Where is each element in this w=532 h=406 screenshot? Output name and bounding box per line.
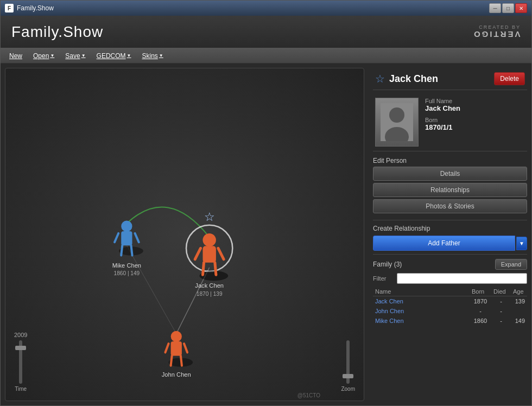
- family-table: Name Born Died Age Jack Chen 1870 - 139: [373, 287, 527, 326]
- photos-stories-button[interactable]: Photos & Stories: [373, 199, 527, 213]
- menu-skins[interactable]: Skins ▼: [138, 51, 168, 61]
- profile-photo: [375, 98, 419, 147]
- expand-button[interactable]: Expand: [495, 259, 527, 270]
- brand-created-by: CREATED BY: [472, 24, 521, 30]
- svg-rect-24: [171, 341, 182, 356]
- watermark: @51CTO: [297, 392, 320, 398]
- svg-line-1: [126, 245, 176, 333]
- svg-line-16: [218, 248, 224, 259]
- svg-text:Mike Chen: Mike Chen: [112, 262, 141, 269]
- mike-chen-age-cell: 149: [511, 316, 527, 326]
- family-header: Family (3) Expand: [373, 259, 527, 270]
- john-chen-name-cell[interactable]: John Chen: [373, 306, 470, 316]
- time-label: Time: [15, 386, 27, 392]
- svg-line-5: [115, 233, 118, 242]
- family-table-body: Jack Chen 1870 - 139 John Chen - -: [373, 296, 527, 326]
- svg-point-3: [121, 221, 132, 232]
- col-header-name: Name: [373, 287, 470, 296]
- svg-point-31: [389, 107, 404, 123]
- jack-chen-node[interactable]: ☆ Jack Chen 1870 | 139: [186, 210, 232, 297]
- zoom-slider-thumb[interactable]: [343, 374, 353, 378]
- menu-gedcom[interactable]: GEDCOM ▼: [92, 51, 136, 61]
- edit-person-label: Edit Person: [373, 155, 527, 167]
- relationships-button[interactable]: Relationships: [373, 183, 527, 197]
- delete-button[interactable]: Delete: [494, 72, 525, 85]
- svg-line-26: [184, 344, 187, 352]
- svg-rect-14: [203, 246, 216, 262]
- canvas-area[interactable]: Mike Chen 1860 | 149: [5, 68, 364, 401]
- born-section: Born 1870/1/1: [425, 117, 460, 131]
- title-bar: F Family.Show ─ □ ✕: [1, 1, 531, 16]
- family-section: Family (3) Expand Filter Name Born Died …: [373, 254, 527, 326]
- app-icon: F: [5, 4, 14, 12]
- app-window: F Family.Show ─ □ ✕ Family.Show CREATED …: [0, 0, 532, 406]
- skins-arrow: ▼: [159, 53, 163, 58]
- profile-info: Full Name Jack Chen Born 1870/1/1: [373, 93, 527, 151]
- jack-chen-name-cell[interactable]: Jack Chen: [373, 296, 470, 307]
- zoom-label: Zoom: [341, 386, 355, 392]
- table-row: Mike Chen 1860 - 149: [373, 316, 527, 326]
- menu-bar: New Open ▼ Save ▼ GEDCOM ▼ Skins ▼: [1, 48, 531, 64]
- brand-name: VERTIGO: [472, 30, 521, 39]
- col-header-born: Born: [470, 287, 491, 296]
- full-name-section: Full Name Jack Chen: [425, 98, 460, 112]
- profile-details: Full Name Jack Chen Born 1870/1/1: [425, 98, 460, 147]
- menu-open[interactable]: Open ▼: [29, 51, 59, 61]
- create-relationship-label: Create Relationship: [373, 225, 527, 232]
- window-controls: ─ □ ✕: [489, 3, 527, 13]
- close-button[interactable]: ✕: [515, 3, 527, 13]
- john-chen-age-cell: [511, 306, 527, 316]
- john-chen-node[interactable]: John Chen: [162, 331, 193, 378]
- svg-rect-4: [121, 231, 132, 245]
- minimize-button[interactable]: ─: [489, 3, 501, 13]
- filter-label: Filter: [373, 275, 392, 282]
- jack-chen-age-cell: 139: [511, 296, 527, 307]
- time-year: 2009: [14, 332, 27, 338]
- maximize-button[interactable]: □: [502, 3, 514, 13]
- main-content: Mike Chen 1860 | 149: [1, 64, 531, 405]
- menu-save[interactable]: Save ▼: [61, 51, 90, 61]
- time-slider-thumb[interactable]: [15, 346, 26, 350]
- family-label: Family (3): [373, 261, 402, 268]
- save-arrow: ▼: [81, 53, 86, 58]
- jack-chen-born-cell: 1870: [470, 296, 491, 307]
- svg-line-8: [131, 245, 132, 255]
- profile-name: Jack Chen: [389, 73, 438, 85]
- svg-line-7: [121, 245, 122, 255]
- zoom-slider-track[interactable]: [346, 340, 350, 384]
- mike-chen-link[interactable]: Mike Chen: [375, 318, 404, 324]
- svg-text:1870 | 139: 1870 | 139: [197, 291, 223, 297]
- profile-header: ☆ Jack Chen Delete: [373, 68, 527, 90]
- mike-chen-node[interactable]: Mike Chen 1860 | 149: [112, 221, 143, 277]
- details-button[interactable]: Details: [373, 167, 527, 181]
- edit-person-section: Edit Person Details Relationships Photos…: [373, 155, 527, 217]
- john-chen-link[interactable]: John Chen: [375, 308, 404, 314]
- table-row: Jack Chen 1870 - 139: [373, 296, 527, 307]
- svg-line-15: [195, 248, 200, 259]
- col-header-died: Died: [491, 287, 511, 296]
- app-brand: CREATED BY VERTIGO: [472, 24, 521, 39]
- full-name-value: Jack Chen: [425, 104, 460, 112]
- table-row: John Chen - -: [373, 306, 527, 316]
- family-tree-svg: Mike Chen 1860 | 149: [5, 68, 364, 401]
- add-father-dropdown-button[interactable]: ▼: [516, 237, 527, 250]
- col-header-age: Age: [511, 287, 527, 296]
- mike-chen-died-cell: -: [491, 316, 511, 326]
- svg-line-28: [181, 356, 182, 365]
- filter-input[interactable]: [397, 273, 527, 284]
- title-bar-text: Family.Show: [17, 4, 54, 12]
- mike-chen-name-cell[interactable]: Mike Chen: [373, 316, 470, 326]
- john-chen-died-cell: -: [491, 306, 511, 316]
- title-bar-left: F Family.Show: [5, 4, 54, 12]
- jack-chen-link[interactable]: Jack Chen: [375, 298, 403, 304]
- table-header-row: Name Born Died Age: [373, 287, 527, 296]
- add-father-button[interactable]: Add Father: [373, 236, 515, 251]
- svg-line-25: [165, 344, 168, 352]
- svg-line-27: [171, 356, 172, 365]
- profile-star-icon: ☆: [375, 72, 385, 85]
- app-header: Family.Show CREATED BY VERTIGO: [1, 16, 531, 48]
- profile-name-section: ☆ Jack Chen: [375, 72, 438, 85]
- svg-text:John Chen: John Chen: [162, 371, 191, 378]
- menu-new[interactable]: New: [5, 51, 27, 61]
- time-slider-track[interactable]: [19, 340, 22, 384]
